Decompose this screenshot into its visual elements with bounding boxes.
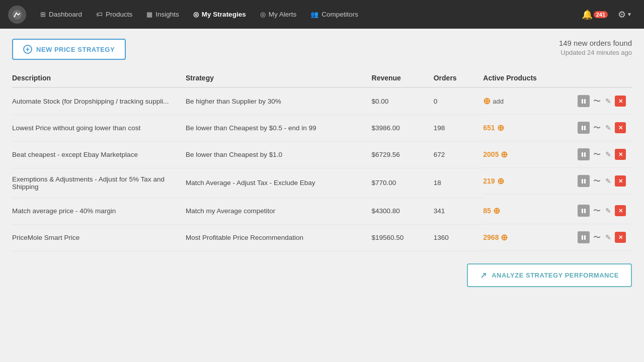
delete-button[interactable]: ✕ [615,175,626,187]
pause-icon [582,126,586,130]
analytics-button[interactable]: 〜 [592,232,602,243]
cell-strategy: Match my Average competitor [186,198,372,224]
analytics-button[interactable]: 〜 [592,205,602,217]
edit-button[interactable]: ✎ [604,149,612,159]
row-actions: 〜 ✎ ✕ [578,122,626,134]
bell-icon: 🔔 [582,9,593,20]
orders-info: 149 new orders found Updated 24 minutes … [559,39,632,56]
notifications-button[interactable]: 🔔 241 [580,7,610,22]
edit-button[interactable]: ✎ [604,206,612,216]
nav-insights[interactable]: ▦ Insights [140,8,185,21]
cell-active-products: 2005 ⊕ 〜 ✎ ✕ [483,141,632,168]
analyze-section: ↗ ANALYZE STRATEGY PERFORMANCE [12,263,632,287]
cell-active-products: 2968 ⊕ 〜 ✎ ✕ [483,224,632,251]
active-count-link[interactable]: 2005 ⊕ [483,149,508,160]
x-icon: ✕ [618,234,623,241]
active-count-link[interactable]: 2968 ⊕ [483,232,508,243]
cell-description: Match average price - 40% margin [12,198,186,224]
col-description: Description [12,70,186,87]
col-strategy: Strategy [186,70,372,87]
edit-button[interactable]: ✎ [604,232,612,242]
analyze-strategy-button[interactable]: ↗ ANALYZE STRATEGY PERFORMANCE [467,263,632,287]
x-icon: ✕ [618,208,623,214]
table-row: Exemptions & Adjustments - Adjust for 5%… [12,168,632,198]
cell-orders: 198 [434,115,484,141]
table-row: Automate Stock (for Dropshipping / track… [12,87,632,115]
analytics-button[interactable]: 〜 [592,175,602,187]
nav-competitors[interactable]: 👥 Competitors [304,8,364,21]
active-count-link[interactable]: 219 ⊕ [483,176,504,187]
nav-products[interactable]: 🏷 Products [90,8,138,21]
orders-count: 149 new orders found [559,39,632,47]
trend-icon: 〜 [593,176,601,185]
pause-button[interactable] [578,231,590,243]
cell-strategy: Match Average - Adjust Tax - Exclude Eba… [186,168,372,198]
cell-active-products: ⊕ add 〜 ✎ ✕ [483,88,632,115]
cell-strategy: Be higher than Supplier by 30% [186,87,372,115]
nav-my-strategies[interactable]: ◎ My Strategies [187,8,252,21]
col-active-products: Active Products [483,70,632,87]
active-count-link[interactable]: 85 ⊕ [483,206,500,216]
nav-right-actions: 🔔 241 ⚙ ▼ [580,7,636,22]
edit-button[interactable]: ✎ [604,176,612,186]
x-icon: ✕ [618,98,623,105]
pause-button[interactable] [578,175,590,187]
orders-updated: Updated 24 minutes ago [559,49,632,56]
delete-button[interactable]: ✕ [615,205,626,216]
pencil-icon: ✎ [605,97,611,105]
pencil-icon: ✎ [605,207,611,215]
nav-my-alerts[interactable]: ◎ My Alerts [254,8,303,21]
col-orders: Orders [434,70,484,87]
top-bar: + NEW PRICE STRATEGY 149 new orders foun… [12,39,632,60]
strategy-table: Description Strategy Revenue Orders Acti… [12,70,632,251]
table-row: Match average price - 40% marginMatch my… [12,198,632,224]
edit-button[interactable]: ✎ [604,123,612,133]
edit-button[interactable]: ✎ [604,96,612,106]
cell-strategy: Be lower than Cheapest by $1.0 [186,141,372,168]
cell-orders: 672 [434,141,484,168]
cell-description: Exemptions & Adjustments - Adjust for 5%… [12,168,186,198]
pause-button[interactable] [578,148,590,160]
delete-button[interactable]: ✕ [615,96,626,107]
settings-button[interactable]: ⚙ ▼ [614,7,636,22]
analytics-button[interactable]: 〜 [592,122,602,134]
delete-button[interactable]: ✕ [615,232,626,243]
analytics-button[interactable]: 〜 [592,149,602,160]
nav-dashboard[interactable]: ⊞ Dashboard [34,8,88,21]
count-value: 2005 [483,150,499,158]
analytics-button[interactable]: 〜 [592,96,602,107]
table-header-row: Description Strategy Revenue Orders Acti… [12,70,632,87]
count-value: 651 [483,124,495,132]
cell-active-products: 85 ⊕ 〜 ✎ ✕ [483,198,632,224]
cell-revenue: $0.00 [372,87,434,115]
table-row: Beat cheapest - except Ebay MarketplaceB… [12,141,632,168]
pause-icon [582,209,586,213]
cell-orders: 18 [434,168,484,198]
active-count-link[interactable]: 651 ⊕ [483,123,504,133]
delete-button[interactable]: ✕ [615,149,626,160]
notification-badge: 241 [594,11,608,18]
count-value: 219 [483,177,495,185]
pause-button[interactable] [578,95,590,107]
count-plus-icon: ⊕ [501,232,508,243]
pause-button[interactable] [578,205,590,217]
app-logo [8,6,26,24]
trend-icon: 〜 [593,123,601,132]
orange-plus-icon: ⊕ [483,96,491,107]
trend-icon: 〜 [593,206,601,215]
delete-button[interactable]: ✕ [615,122,626,133]
add-products-btn[interactable]: ⊕ add [483,96,504,107]
cell-orders: 341 [434,198,484,224]
cell-strategy: Most Profitable Price Recommendation [186,224,372,251]
cell-active-products: 219 ⊕ 〜 ✎ ✕ [483,168,632,195]
trend-icon: 〜 [593,233,601,241]
pause-icon [582,152,586,157]
cell-description: Automate Stock (for Dropshipping / track… [12,87,186,115]
count-value: 2968 [483,233,499,241]
grid-icon: ⊞ [40,11,46,18]
pause-button[interactable] [578,122,590,134]
row-actions: 〜 ✎ ✕ [578,148,626,160]
navbar: ⊞ Dashboard 🏷 Products ▦ Insights ◎ My S… [0,0,644,29]
new-price-strategy-button[interactable]: + NEW PRICE STRATEGY [12,39,126,60]
gear-icon: ⚙ [618,9,626,20]
